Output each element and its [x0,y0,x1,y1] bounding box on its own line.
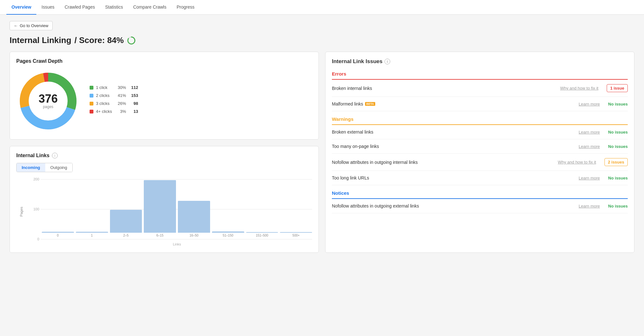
legend-pct-2clicks: 41% [114,93,126,98]
legend-item-2clicks: 2 clicks 41% 153 [90,93,138,98]
toggle-incoming[interactable]: Incoming [17,163,45,172]
issue-status-long-urls: No issues [608,176,628,180]
issues-title-text: Internal Link Issues [332,58,383,65]
errors-header: Errors [332,71,628,80]
warnings-section: Warnings Broken external links Learn mor… [332,116,628,185]
legend-count-3clicks: 98 [128,101,138,106]
bar-chart: 200 100 0 [30,177,312,241]
notices-header: Notices [332,190,628,199]
issue-link-broken-internal[interactable]: Why and how to fix it [560,86,598,91]
legend-count-4plus: 13 [128,109,138,114]
legend-pct-4plus: 3% [114,109,126,114]
bar-chart-container: Pages 200 100 [16,177,312,246]
tab-compare-crawls[interactable]: Compare Crawls [128,0,172,15]
notices-section: Notices Nofollow attributes in outgoing … [332,190,628,213]
tab-issues[interactable]: Issues [36,0,59,15]
incoming-outgoing-toggle: Incoming Outgoing [16,163,73,172]
issue-broken-internal-links: Broken internal links Why and how to fix… [332,80,628,97]
issue-name-too-many: Too many on-page links [332,144,575,149]
bar-label-1: 1 [91,234,93,237]
issue-status-nofollow-external: No issues [608,204,628,208]
legend-dot-1click [90,86,93,90]
back-button-label: Go to Overview [20,23,48,28]
bar-group-6-15: 6–15 [144,180,176,237]
legend-count-2clicks: 153 [128,93,138,98]
legend-label-1click: 1 click [96,85,112,90]
bar-51-150 [212,231,244,233]
donut-center: 376 pages [39,93,58,109]
info-icon[interactable]: i [52,153,58,158]
bar-2-5 [110,210,142,233]
issues-card-title: Internal Link Issues i [332,58,628,65]
issue-status-malformed: No issues [608,102,628,106]
tab-crawled-pages[interactable]: Crawled Pages [60,0,100,15]
bar-label-2-5: 2–5 [123,234,129,237]
tab-progress[interactable]: Progress [172,0,200,15]
legend-label-3clicks: 3 clicks [96,101,112,106]
issues-card: Internal Link Issues i Errors Broken int… [325,52,634,253]
score-icon [127,36,136,45]
main-content: ← Go to Overview Internal Linking / Scor… [0,15,644,259]
bar-500plus [280,232,312,233]
legend-item-1click: 1 click 30% 112 [90,85,138,90]
bar-group-0: 0 [42,232,74,237]
legend-dot-2clicks [90,94,93,98]
page-title-row: Internal Linking / Score: 84% [10,35,634,45]
errors-section: Errors Broken internal links Why and how… [332,71,628,111]
total-pages: 376 [39,93,58,105]
legend-pct-1click: 30% [114,85,126,90]
bar-label-500plus: 500+ [292,234,300,237]
issue-status-broken-external: No issues [608,130,628,135]
internal-links-card: Internal Links i Incoming Outgoing Pages [10,146,319,253]
x-axis-label: Links [30,242,312,246]
tab-overview[interactable]: Overview [6,0,36,15]
bar-group-500plus: 500+ [280,232,312,237]
issue-broken-external: Broken external links Learn more No issu… [332,125,628,139]
crawl-depth-legend: 1 click 30% 112 2 clicks 41% 153 3 [90,85,138,117]
bar-group-51-150: 51–150 [212,231,244,237]
internal-links-title: Internal Links [16,153,49,158]
bar-label-151-500: 151–500 [256,234,268,237]
y-axis-label: Pages [19,207,23,216]
issue-link-broken-external[interactable]: Learn more [579,130,600,135]
issue-too-many-links: Too many on-page links Learn more No iss… [332,139,628,154]
toggle-outgoing[interactable]: Outgoing [45,163,72,172]
crawl-depth-card: Pages Crawl Depth [10,52,319,140]
bar-151-500 [246,232,278,233]
legend-dot-3clicks [90,102,93,106]
issue-nofollow-external: Nofollow attributes in outgoing external… [332,199,628,213]
issue-name-long-urls: Too long link URLs [332,175,575,180]
issue-link-nofollow-external[interactable]: Learn more [579,204,600,208]
issue-name-broken-internal: Broken internal links [332,86,557,91]
legend-count-1click: 112 [128,85,138,90]
page-title-text: Internal Linking [10,35,71,45]
grid-label-200: 200 [30,177,39,181]
legend-pct-3clicks: 26% [114,101,126,106]
issue-link-nofollow-internal[interactable]: Why and how to fix it [558,160,596,164]
beta-badge: BETA [365,102,375,106]
tab-statistics[interactable]: Statistics [100,0,128,15]
two-col-layout: Pages Crawl Depth [10,52,634,253]
bar-label-16-50: 16–50 [189,234,198,237]
legend-label-2clicks: 2 clicks [96,93,112,98]
issue-status-too-many: No issues [608,144,628,149]
donut-section: 376 pages 1 click 30% 112 [16,69,312,133]
issues-info-icon[interactable]: i [384,59,390,64]
donut-chart: 376 pages [16,69,80,133]
score-label: / Score: 84% [75,35,124,45]
issue-badge-broken-internal[interactable]: 1 issue [607,84,628,92]
issue-malformed-links: Malformed links BETA Learn more No issue… [332,97,628,111]
bar-group-1: 1 [76,232,108,237]
issue-link-malformed[interactable]: Learn more [579,102,600,106]
legend-dot-4plus [90,110,93,113]
bar-1 [76,232,108,233]
back-button[interactable]: ← Go to Overview [10,21,53,30]
issue-name-broken-external: Broken external links [332,129,575,135]
issue-link-too-many[interactable]: Learn more [579,144,600,149]
tabs-bar: Overview Issues Crawled Pages Statistics… [0,0,644,15]
issue-name-nofollow-external: Nofollow attributes in outgoing external… [332,203,575,208]
bar-16-50 [178,201,210,233]
issue-badge-nofollow-internal[interactable]: 2 issues [604,158,628,166]
issue-long-urls: Too long link URLs Learn more No issues [332,171,628,185]
issue-link-long-urls[interactable]: Learn more [579,176,600,180]
